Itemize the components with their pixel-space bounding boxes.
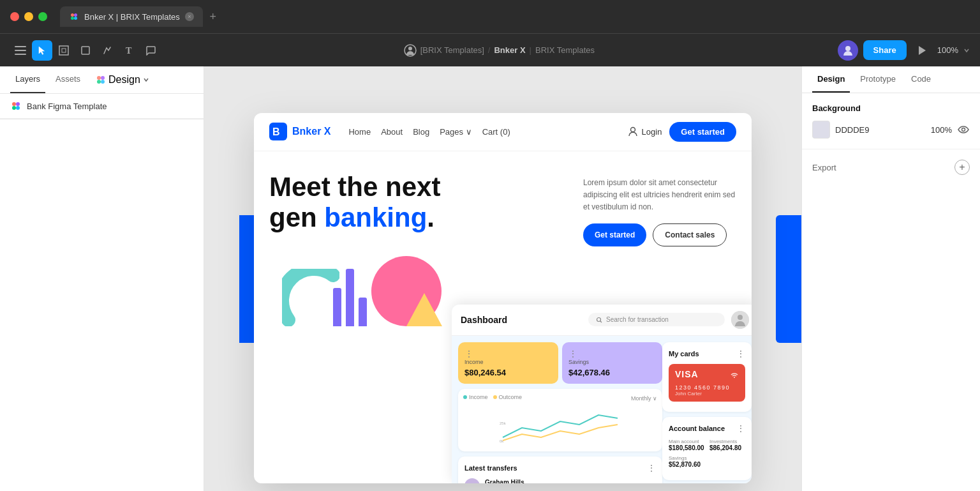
traffic-light-green[interactable]	[38, 12, 47, 21]
comment-tool-button[interactable]	[140, 40, 161, 61]
svg-point-19	[12, 102, 16, 106]
canvas[interactable]: B Bnker X Home About Blog Pages ∨ Cart (…	[204, 66, 801, 491]
tab-area: Bnker X | BRIX Templates × +	[60, 6, 221, 27]
hero-title-gen: gen	[269, 202, 324, 232]
svg-point-3	[74, 17, 77, 20]
income-legend: Income	[469, 394, 488, 400]
hero-contact-sales-button[interactable]: Contact sales	[653, 223, 727, 246]
toolbar-right: Share 100%	[838, 40, 970, 61]
tab-close-button[interactable]: ×	[185, 12, 194, 21]
account-balance-menu[interactable]: ⋮	[736, 423, 745, 434]
main-account-value: $180,580.00	[669, 444, 704, 451]
savings-card-menu[interactable]: ⋮	[568, 349, 656, 359]
breadcrumb-page: BRIX Templates	[535, 45, 595, 55]
hero-get-started-button[interactable]: Get started	[583, 223, 646, 246]
visibility-toggle[interactable]	[957, 123, 970, 136]
select-tool-button[interactable]	[32, 40, 52, 61]
browser-tab[interactable]: Bnker X | BRIX Templates ×	[60, 6, 203, 27]
left-panel: Layers Assets Design	[0, 66, 204, 491]
svg-point-13	[845, 46, 850, 51]
dash-avatar-icon	[731, 311, 749, 329]
savings-value: $42,678.46	[568, 368, 656, 377]
chart-period[interactable]: Monthly ∨	[631, 395, 657, 402]
menu-button[interactable]	[10, 40, 31, 61]
shape-tool-button[interactable]	[75, 40, 96, 61]
svg-text:25k: 25k	[500, 421, 507, 425]
dashboard-search[interactable]: Search for transaction	[588, 313, 725, 326]
visa-holder: John Carter	[675, 391, 739, 397]
balance-row-2: Savings $52,870.60	[669, 455, 745, 468]
deco-bar-3	[359, 298, 367, 326]
dashboard-header: Dashboard Search for transaction	[452, 305, 752, 336]
svg-point-15	[97, 76, 101, 80]
dashboard-user-avatar	[731, 311, 749, 329]
website-preview: B Bnker X Home About Blog Pages ∨ Cart (…	[254, 113, 752, 483]
nav-about[interactable]: About	[381, 127, 403, 137]
title-bar: Bnker X | BRIX Templates × +	[0, 0, 980, 33]
my-cards-menu[interactable]: ⋮	[736, 349, 745, 359]
toolbar-center: [BRIX Templates] / Bnker X | BRIX Templa…	[163, 44, 835, 57]
export-section: Export +	[802, 149, 980, 185]
nav-blog[interactable]: Blog	[413, 127, 429, 137]
svg-point-21	[12, 106, 16, 110]
profile-icon	[404, 44, 417, 57]
nav-pages[interactable]: Pages ∨	[440, 127, 471, 137]
traffic-light-yellow[interactable]	[24, 12, 33, 21]
right-tab-design[interactable]: Design	[812, 66, 850, 93]
balance-row-1: Main account $180,580.00 Investments $86…	[669, 439, 745, 451]
income-card-menu[interactable]: ⋮	[464, 349, 552, 359]
income-card: ⋮ Income $80,246.54	[458, 342, 558, 384]
outcome-legend: Outcome	[499, 394, 523, 400]
svg-point-26	[597, 317, 601, 321]
svg-point-32	[734, 377, 735, 378]
account-balance-title: Account balance	[669, 425, 725, 432]
svg-point-29	[738, 315, 743, 320]
transfer-avatar-0	[464, 478, 480, 483]
stat-cards: ⋮ Income $80,246.54 ⋮ Savings $42,678.46	[458, 342, 662, 384]
nav-cart[interactable]: Cart (0)	[482, 127, 510, 137]
pen-tool-button[interactable]	[97, 40, 117, 61]
traffic-lights	[10, 12, 47, 21]
right-tab-prototype[interactable]: Prototype	[855, 66, 901, 93]
svg-point-12	[408, 47, 412, 50]
new-tab-button[interactable]: +	[205, 9, 221, 24]
text-tool-button[interactable]: T	[119, 40, 139, 61]
frame-icon	[59, 45, 69, 56]
svg-point-18	[101, 80, 105, 84]
shape-icon	[80, 45, 91, 56]
frame-tool-button[interactable]	[54, 40, 74, 61]
site-nav: B Bnker X Home About Blog Pages ∨ Cart (…	[254, 113, 752, 151]
present-button[interactable]	[912, 40, 932, 61]
canvas-content: B Bnker X Home About Blog Pages ∨ Cart (…	[204, 66, 801, 491]
svg-point-20	[16, 102, 20, 106]
site-logo: B Bnker X	[269, 123, 330, 140]
dashboard-title: Dashboard	[461, 315, 582, 325]
investments-value: $86,204.80	[709, 444, 745, 451]
right-tab-code[interactable]: Code	[906, 66, 936, 93]
export-add-button[interactable]: +	[954, 160, 970, 175]
user-avatar[interactable]	[838, 40, 858, 61]
right-panel-tabs: Design Prototype Code	[802, 66, 980, 93]
color-hex[interactable]: DDDDE9	[835, 125, 926, 135]
zoom-level[interactable]: 100%	[937, 45, 958, 55]
nav-home[interactable]: Home	[348, 127, 371, 137]
login-button[interactable]: Login	[628, 126, 662, 137]
traffic-light-red[interactable]	[10, 12, 19, 21]
get-started-nav-button[interactable]: Get started	[669, 122, 736, 142]
tab-design-left[interactable]: Design	[91, 66, 154, 93]
opacity-value[interactable]: 100%	[931, 125, 952, 135]
share-button[interactable]: Share	[863, 40, 907, 60]
tab-layers[interactable]: Layers	[10, 66, 45, 93]
svg-point-1	[74, 13, 77, 17]
color-swatch[interactable]	[812, 121, 830, 139]
deco-arc-icon	[282, 269, 339, 326]
transfers-menu[interactable]: ⋮	[647, 463, 656, 473]
toolbar: T [BRIX Templates] / Bnker X | BRIX Temp…	[0, 33, 980, 66]
background-section: Background DDDDE9 100%	[802, 93, 980, 149]
svg-line-27	[600, 321, 602, 322]
svg-text:B: B	[272, 126, 280, 137]
layer-item[interactable]: Bank Figma Template	[0, 94, 204, 119]
play-icon	[917, 45, 926, 56]
tab-assets[interactable]: Assets	[50, 66, 85, 93]
transfers-title: Latest transfers	[464, 464, 517, 472]
